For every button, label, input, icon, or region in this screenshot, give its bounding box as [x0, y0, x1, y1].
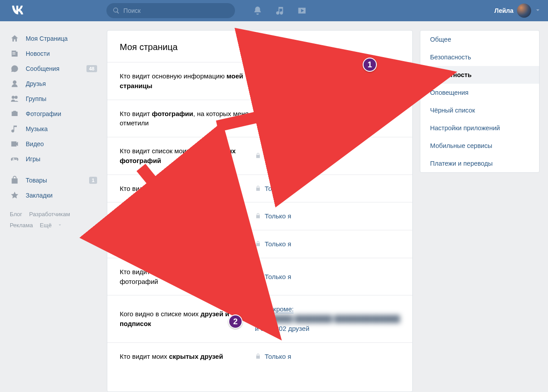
sidebar-item-label: Моя Страница: [26, 35, 68, 42]
sidebar-item-star[interactable]: Закладки: [4, 188, 100, 203]
footer-developers[interactable]: Разработчикам: [29, 211, 70, 217]
privacy-row: Кто видит список моих сохранённых фотогр…: [107, 137, 412, 175]
footer-ads[interactable]: Реклама: [10, 222, 33, 229]
privacy-row-value[interactable]: Только я: [255, 184, 402, 194]
msg-icon: [10, 64, 20, 74]
privacy-row-label: Кто видит список моих сохранённых фотогр…: [120, 146, 255, 166]
badge: 1: [89, 177, 97, 184]
avatar: [517, 4, 531, 18]
sidebar-item-label: Группы: [26, 95, 47, 102]
news-icon: [10, 49, 20, 58]
privacy-row-label: Кто видит основную информацию моей стран…: [120, 71, 255, 91]
sidebar-item-label: Закладки: [26, 192, 53, 199]
sidebar-item-bag[interactable]: Товары1: [4, 173, 100, 188]
music-icon[interactable]: [275, 6, 285, 16]
privacy-row-label: Кто видит список моих аудиозаписей: [120, 211, 255, 221]
page-title: Моя страница: [107, 31, 412, 62]
privacy-row-label: Кто видит местоположение моих фотографий: [120, 267, 255, 287]
notifications-icon[interactable]: [253, 6, 262, 16]
settings-tab[interactable]: Приватность: [420, 66, 539, 84]
privacy-row-label: Кто видит моих скрытых друзей: [120, 352, 255, 361]
sidebar-item-music[interactable]: Музыка: [4, 121, 100, 136]
settings-tab[interactable]: Платежи и переводы: [420, 155, 539, 172]
privacy-row: Кто видит моих скрытых друзейТолько я: [107, 342, 412, 370]
privacy-row-label: Кого видно в списке моих друзей и подпис…: [120, 309, 255, 329]
search-field[interactable]: [123, 7, 229, 14]
settings-tab[interactable]: Настройки приложений: [420, 119, 539, 137]
left-nav-footer: Блог Разработчикам Реклама Ещё: [4, 203, 100, 231]
sidebar-item-label: Фотографии: [26, 110, 61, 117]
game-icon: [10, 154, 20, 164]
star-icon: [10, 190, 20, 200]
vk-logo-icon[interactable]: [9, 2, 27, 19]
sidebar-item-video[interactable]: Видео: [4, 136, 100, 151]
sidebar-item-home[interactable]: Моя Страница: [4, 31, 100, 46]
home-icon: [10, 34, 20, 43]
privacy-row-label: Кто видит список моих подарков: [120, 239, 255, 249]
settings-tab[interactable]: Оповещения: [420, 84, 539, 101]
privacy-row-value[interactable]: Все пользователи: [255, 113, 402, 123]
layout: Моя СтраницаНовостиСообщения48ДрузьяГруп…: [0, 21, 548, 392]
privacy-row-value[interactable]: Всех, кроме:████████ ████████ ██████████…: [255, 304, 402, 333]
sidebar-item-label: Друзья: [26, 80, 46, 87]
sidebar-item-label: Товары: [26, 177, 47, 184]
user-icon: [10, 79, 20, 89]
settings-main-panel: Моя страница Кто видит основную информац…: [107, 30, 413, 392]
privacy-row-value[interactable]: Только я: [255, 239, 402, 249]
settings-tab[interactable]: Общее: [420, 31, 539, 48]
footer-more[interactable]: Ещё: [40, 222, 68, 229]
photo-icon: [10, 109, 20, 119]
lock-icon: [255, 239, 261, 248]
lock-icon: [255, 151, 261, 160]
video-icon: [10, 139, 20, 149]
sidebar-item-game[interactable]: Игры: [4, 151, 100, 167]
settings-right-tabs: ОбщееБезопасностьПриватностьОповещенияЧё…: [420, 30, 540, 173]
privacy-row: Кто видит местоположение моих фотографий…: [107, 258, 412, 295]
sidebar-item-group[interactable]: Группы: [4, 91, 100, 106]
privacy-row-value[interactable]: Только я: [255, 352, 402, 361]
privacy-row-value[interactable]: Только я: [255, 211, 402, 221]
privacy-row: Кто видит список моих подарковТолько я: [107, 230, 412, 258]
user-name: Лейла: [494, 7, 513, 14]
privacy-row-label: Кто видит список моих групп: [120, 184, 255, 194]
sidebar-item-label: Новости: [26, 50, 50, 57]
sidebar-item-news[interactable]: Новости: [4, 46, 100, 61]
settings-tab[interactable]: Безопасность: [420, 48, 539, 66]
sidebar-item-photo[interactable]: Фотографии: [4, 106, 100, 121]
lock-icon: [255, 272, 261, 281]
privacy-row-value[interactable]: Только я: [255, 151, 402, 161]
header-user-menu[interactable]: Лейла: [494, 4, 541, 18]
sidebar-item-label: Сообщения: [26, 65, 59, 72]
badge: 48: [86, 65, 97, 72]
video-play-icon[interactable]: [297, 6, 307, 16]
privacy-row: Кто видит фотографии, на которых меня от…: [107, 100, 412, 137]
settings-tab[interactable]: Чёрный список: [420, 101, 539, 119]
group-icon: [10, 94, 20, 104]
sidebar-item-msg[interactable]: Сообщения48: [4, 61, 100, 76]
privacy-row: Кого видно в списке моих друзей и подпис…: [107, 295, 412, 342]
lock-icon: [255, 352, 261, 361]
privacy-row: Кто видит основную информацию моей стран…: [107, 62, 412, 100]
header-icons: [253, 6, 307, 16]
privacy-row-value[interactable]: Все пользователи: [255, 76, 402, 86]
lock-icon: [255, 184, 261, 193]
music-icon: [10, 124, 20, 134]
settings-tab[interactable]: Мобильные сервисы: [420, 137, 539, 155]
header: Лейла: [0, 0, 548, 21]
search-input[interactable]: [106, 3, 235, 18]
lock-icon: [255, 211, 261, 220]
sidebar-item-label: Видео: [26, 140, 44, 147]
footer-blog[interactable]: Блог: [10, 211, 22, 217]
chevron-down-icon: [535, 7, 541, 15]
privacy-row: Кто видит список моих группТолько я: [107, 175, 412, 202]
sidebar-item-user[interactable]: Друзья: [4, 76, 100, 91]
sidebar-item-label: Музыка: [26, 125, 48, 132]
privacy-row-value[interactable]: Только я: [255, 272, 402, 282]
privacy-row-label: Кто видит фотографии, на которых меня от…: [120, 109, 255, 128]
privacy-row: Кто видит список моих аудиозаписейТолько…: [107, 202, 412, 230]
left-nav: Моя СтраницаНовостиСообщения48ДрузьяГруп…: [4, 30, 100, 392]
bag-icon: [10, 175, 20, 185]
sidebar-item-label: Игры: [26, 155, 40, 163]
